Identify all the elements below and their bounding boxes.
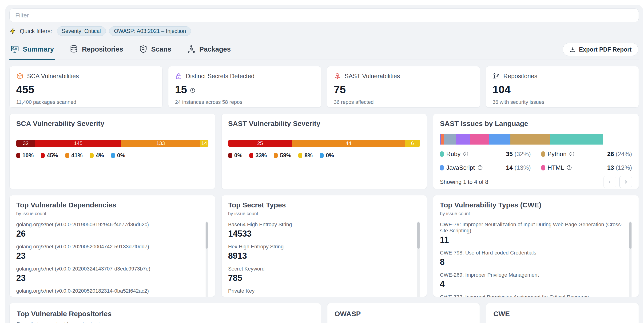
stat-subtitle: 11,400 packages scanned [16,99,156,105]
cwe-card: CWE [486,303,639,323]
database-icon [70,45,78,54]
card-subtitle: Repositories you should pay attention to [17,321,314,323]
stat-card-sast: SAST Vulnerabilities 75 36 repos affecte… [327,66,480,108]
stat-card-sca: SCA Vulnerabilities 455 11,400 packages … [10,66,162,108]
info-icon[interactable] [566,165,572,170]
top-secret-types-card: Top Secret Types by issue count Base64 H… [221,195,427,297]
info-icon[interactable] [477,165,483,170]
legend-row-html: HTML 13 (12%) [541,163,632,172]
chart-title: SAST Vulnerability Severity [228,120,420,128]
lock-icon [175,73,182,80]
sca-severity-bar: 32 145 133 14 [16,140,208,147]
scrollbar-track[interactable] [629,221,632,297]
bug-icon [334,73,341,80]
scrollbar-track[interactable] [417,221,420,297]
list-item: golang.org/x/net (v0.0.0-20200520004742-… [16,244,199,261]
quick-filter-severity-critical[interactable]: Severity: Critical [57,26,106,36]
tab-repositories[interactable]: Repositories [68,44,124,60]
charts-row: SCA Vulnerability Severity 32 145 133 14… [10,114,639,189]
scrollbar-thumb[interactable] [417,222,420,249]
list-subtitle: by issue count [440,211,632,216]
list-item: Base64 High Entropy String14533 [228,221,411,238]
list-item: CWE-732: Incorrect Permission Assignment… [440,294,622,297]
info-icon[interactable] [569,151,574,157]
tab-summary-label: Summary [23,46,54,53]
bottom-row: Top Vulnerable Repositories Repositories… [10,303,639,323]
list-item: golang.org/x/net (v0.0.0-20190503192946-… [16,221,199,238]
stat-subtitle: 36 repos affected [334,99,473,105]
languages-legend: Ruby 35 (32%) Python 26 (24%) JavaScript… [440,149,632,172]
stat-card-secrets: Distinct Secrets Detected 15 24 instance… [168,66,321,108]
stat-value: 104 [492,83,632,96]
summary-icon [10,45,19,54]
scrollbar-thumb[interactable] [206,222,208,249]
languages-bar [440,134,603,145]
top-vulnerable-repositories-card: Top Vulnerable Repositories Repositories… [10,303,321,323]
list-subtitle: by issue count [228,211,420,216]
list-item: CWE-798: Use of Hard-coded Credentials8 [440,250,622,267]
list-subtitle: by issue count [16,211,208,216]
list-title: Top Vulnerable Dependencies [16,201,208,209]
stat-value: 15 [175,83,187,96]
severity-legend: 0% 33% 59% 8% 0% [228,152,420,159]
stat-cards-row: SCA Vulnerabilities 455 11,400 packages … [10,66,639,108]
legend-row-ruby: Ruby 35 (32%) [440,149,531,159]
filter-input[interactable] [10,9,639,22]
list-item: CWE-79: Improper Neutralization of Input… [440,221,622,245]
card-title: Top Vulnerable Repositories [17,310,314,318]
list-item: CWE-269: Improper Privilege Management4 [440,272,622,289]
tab-scans-label: Scans [151,46,171,53]
stat-label: SCA Vulnerabilities [27,73,79,80]
list-item: Private Key29 [228,288,411,297]
scrollable-list[interactable]: Base64 High Entropy String14533 Hex High… [228,221,420,297]
pagination-status: Showing 1 to 4 of 8 [440,179,488,185]
scrollbar-thumb[interactable] [629,222,632,249]
stat-subtitle: 24 instances across 58 repos [175,99,314,105]
scrollable-list[interactable]: golang.org/x/net (v0.0.0-20190503192946-… [16,221,208,297]
tab-packages[interactable]: Packages [186,44,232,60]
scrollbar-track[interactable] [206,221,208,297]
tab-scans[interactable]: Scans [138,44,172,60]
top-vulnerability-types-card: Top Vulnerability Types (CWE) by issue c… [433,195,639,297]
tab-summary[interactable]: Summary [10,44,55,60]
stat-label: Distinct Secrets Detected [186,73,254,80]
list-title: Top Secret Types [228,201,420,209]
chevron-left-icon [607,179,612,185]
export-pdf-button[interactable]: Export PDF Report [562,43,638,56]
info-icon[interactable] [190,88,196,93]
prev-page-button[interactable] [603,176,616,188]
chart-title: SCA Vulnerability Severity [16,120,208,128]
dashboard-panel: Quick filters: Severity: Critical OWASP:… [5,5,643,323]
lightning-icon [10,28,16,35]
scan-shield-icon [139,45,148,54]
tab-bar: Summary Repositories Scans Pa [10,44,639,60]
stat-card-repositories: Repositories 104 36 with security issues [486,66,639,108]
tab-packages-label: Packages [199,46,231,53]
list-item: golang.org/x/net (v0.0.0-20200324143707-… [16,266,199,283]
scrollable-list[interactable]: CWE-79: Improper Neutralization of Input… [440,221,632,297]
list-item: Secret Keyword785 [228,266,411,283]
chart-title: SAST Issues by Language [440,120,632,128]
sca-severity-card: SCA Vulnerability Severity 32 145 133 14… [10,114,215,189]
sast-severity-bar: 25 44 6 [228,140,420,147]
legend-row-javascript: JavaScript 14 (13%) [440,163,531,172]
export-pdf-label: Export PDF Report [579,46,632,53]
stat-subtitle: 36 with security issues [492,99,632,105]
quick-filters-label: Quick filters: [20,28,52,35]
chevron-right-icon [623,179,628,185]
lists-row: Top Vulnerable Dependencies by issue cou… [10,195,639,297]
tab-repositories-label: Repositories [82,46,123,53]
sast-severity-card: SAST Vulnerability Severity 25 44 6 0% 3… [221,114,427,189]
quick-filter-owasp-injection[interactable]: OWASP: A03:2021 – Injection [109,26,191,36]
languages-card: SAST Issues by Language Ruby 35 (32%) [433,114,639,189]
packages-icon [187,45,196,54]
list-item: Hex High Entropy String8913 [228,244,411,261]
stat-label: Repositories [503,73,538,80]
info-icon[interactable] [463,151,468,157]
quick-filters-row: Quick filters: Severity: Critical OWASP:… [10,26,639,36]
severity-legend: 10% 45% 41% 4% 0% [16,152,208,159]
stat-value: 455 [16,83,156,96]
stat-value: 75 [334,83,473,96]
next-page-button[interactable] [619,176,632,188]
git-branch-icon [492,73,500,80]
